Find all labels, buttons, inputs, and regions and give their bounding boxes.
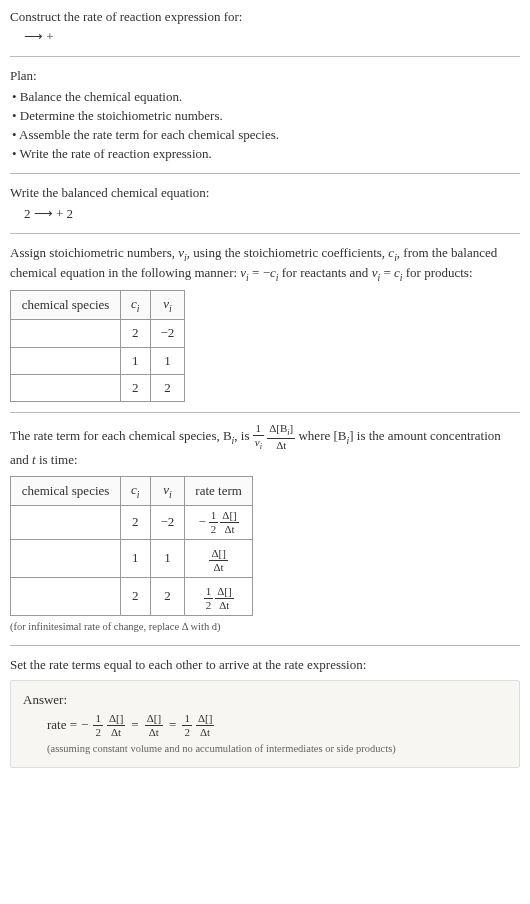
sign: − [81,716,88,734]
denominator: Δt [220,522,238,535]
numerator: 1 [253,423,264,435]
table-row: 2 −2 − 12 Δ[]Δt [11,505,253,539]
table-row: 2 −2 [11,320,185,347]
col-c: ci [121,291,151,320]
cell-species [11,505,121,539]
table-header-row: chemical species ci νi [11,291,185,320]
cell-species [11,577,121,615]
final-section: Set the rate terms equal to each other t… [10,656,520,768]
stoich-table: chemical species ci νi 2 −2 1 1 2 2 [10,290,185,402]
numerator: 1 [182,713,192,725]
balanced-section: Write the balanced chemical equation: 2 … [10,184,520,222]
text: is time: [36,452,78,467]
text: where [B [298,428,346,443]
cell-c: 2 [121,505,151,539]
delta-fraction: Δ[]Δt [220,510,238,535]
delta-fraction: Δ[]Δt [145,713,163,738]
subscript-i: i [260,442,262,451]
plan-bullet: • Determine the stoichiometric numbers. [12,107,520,125]
denominator: Δt [145,725,163,738]
rate-term-table: chemical species ci νi rate term 2 −2 − … [10,476,253,616]
cell-rate: Δ[]Δt [185,539,253,577]
text: Δ[B [269,422,287,434]
denominator: Δt [196,725,214,738]
rate-expression: rate = − 12 Δ[]Δt = Δ[]Δt = 12 Δ[]Δt [23,713,507,738]
divider [10,645,520,646]
table-row: 1 1 [11,347,185,374]
stoich-section: Assign stoichiometric numbers, νi, using… [10,244,520,402]
cell-nu: 1 [150,539,185,577]
rate-term-expr: Δ[]Δt [209,548,227,573]
fraction: Δ[Bi] Δt [267,423,295,451]
numerator: Δ[] [215,586,233,598]
cell-species [11,320,121,347]
text: = [380,265,394,280]
coefficient-fraction: 12 [93,713,103,738]
subscript-i: i [137,488,140,499]
plan-bullet: • Assemble the rate term for each chemic… [12,126,520,144]
cell-nu: 2 [150,374,185,401]
denominator: 2 [204,598,214,611]
numerator: 1 [93,713,103,725]
numerator: Δ[] [220,510,238,522]
cell-c: 2 [121,320,151,347]
subscript-i: i [169,488,172,499]
numerator: Δ[] [209,548,227,560]
intro-prompt: Construct the rate of reaction expressio… [10,8,520,26]
stoich-text: Assign stoichiometric numbers, νi, using… [10,244,520,284]
cell-species [11,539,121,577]
cell-nu: 1 [150,347,185,374]
text: , using the stoichiometric coefficients, [187,245,389,260]
infinitesimal-note: (for infinitesimal rate of change, repla… [10,620,520,635]
numerator: Δ[Bi] [267,423,295,438]
cell-c: 2 [121,374,151,401]
col-rate: rate term [185,476,253,505]
plan-bullets: • Balance the chemical equation. • Deter… [10,88,520,164]
denominator: Δt [209,560,227,573]
rate-label: rate = [47,716,77,734]
equals: = [129,716,140,734]
denominator: Δt [267,438,295,451]
text: = − [249,265,270,280]
intro-section: Construct the rate of reaction expressio… [10,8,520,46]
table-header-row: chemical species ci νi rate term [11,476,253,505]
coefficient-fraction: 12 [182,713,192,738]
text: The rate term for each chemical species,… [10,428,232,443]
table-row: 2 2 12 Δ[]Δt [11,577,253,615]
cell-c: 1 [121,347,151,374]
cell-c: 2 [121,577,151,615]
answer-box: Answer: rate = − 12 Δ[]Δt = Δ[]Δt = 12 Δ… [10,680,520,768]
delta-fraction: Δ[]Δt [215,586,233,611]
cell-species [11,374,121,401]
col-species: chemical species [11,476,121,505]
balanced-heading: Write the balanced chemical equation: [10,184,520,202]
coefficient-fraction: 12 [204,586,214,611]
delta-fraction: Δ[]Δt [196,713,214,738]
subscript-i: i [137,303,140,314]
rate-term-expr: − 12 Δ[]Δt [199,510,239,535]
cell-nu: −2 [150,505,185,539]
plan-section: Plan: • Balance the chemical equation. •… [10,67,520,163]
numerator: 1 [209,510,219,522]
col-nu: νi [150,291,185,320]
text: ] [290,422,294,434]
denominator: 2 [93,725,103,738]
text: , is [234,428,252,443]
col-nu: νi [150,476,185,505]
divider [10,56,520,57]
denominator: 2 [209,522,219,535]
coefficient-fraction: 12 [209,510,219,535]
text: Assign stoichiometric numbers, [10,245,178,260]
rate-term-section: The rate term for each chemical species,… [10,423,520,635]
col-c: ci [121,476,151,505]
numerator: Δ[] [196,713,214,725]
denominator: Δt [107,725,125,738]
cell-rate: 12 Δ[]Δt [185,577,253,615]
text: Δt [276,439,286,451]
assumption-note: (assuming constant volume and no accumul… [23,742,507,757]
table-row: 2 2 [11,374,185,401]
divider [10,412,520,413]
divider [10,173,520,174]
denominator: 2 [182,725,192,738]
numerator: Δ[] [107,713,125,725]
